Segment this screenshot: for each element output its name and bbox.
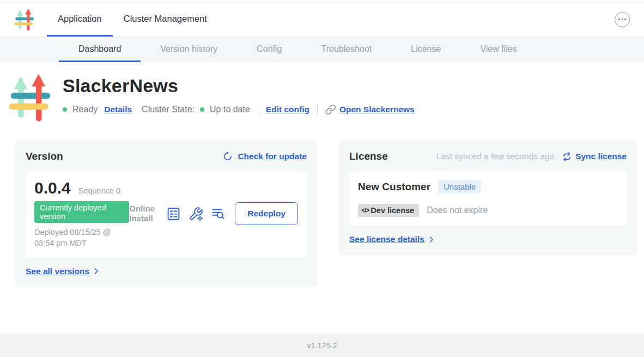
tab-application-label: Application	[58, 14, 102, 24]
code-icon: </>	[361, 207, 369, 214]
check-for-update-link[interactable]: Check for update	[222, 151, 307, 162]
deployed-timestamp: Deployed 08/15/25 @ 03:54 pm MDT	[34, 227, 129, 249]
license-type-badge: </> Dev license	[358, 204, 419, 217]
current-version-panel: 0.0.4 Sequence 0 Currently deployed vers…	[26, 171, 307, 258]
customer-name: New Customer	[358, 181, 430, 193]
deployed-badge: Currently deployed version	[34, 201, 129, 223]
top-nav-tabs: Application Cluster Management	[47, 2, 218, 37]
console-footer: v1.125.2	[0, 334, 644, 357]
slackernews-app-logo-icon	[8, 72, 53, 123]
cluster-state-label: Cluster State:	[142, 105, 195, 114]
see-all-versions-link[interactable]: See all versions	[26, 267, 307, 276]
overflow-menu-button[interactable]	[615, 12, 630, 27]
license-expiry-text: Does not expire	[427, 205, 488, 215]
edit-config-link[interactable]: Edit config	[266, 105, 309, 114]
redeploy-button[interactable]: Redeploy	[235, 202, 298, 225]
open-app-link-label: Open Slackernews	[339, 105, 415, 114]
status-details-link[interactable]: Details	[104, 105, 132, 114]
slackernews-logo-icon	[14, 8, 35, 31]
version-number: 0.0.4	[34, 179, 71, 197]
version-card: Version Check for update	[15, 140, 318, 287]
config-wrench-icon[interactable]	[188, 206, 203, 221]
tab-cluster-management[interactable]: Cluster Management	[113, 2, 218, 37]
view-logs-icon[interactable]	[210, 206, 226, 221]
license-type-label: Dev license	[370, 206, 414, 215]
see-all-versions-label: See all versions	[26, 267, 89, 276]
license-panel: New Customer Unstable </> Dev license Do…	[349, 171, 627, 226]
preflight-checks-icon[interactable]	[166, 206, 181, 221]
license-card: License Last synced a few seconds ago	[338, 140, 637, 255]
navbar-right	[615, 2, 630, 37]
tab-application[interactable]: Application	[47, 2, 113, 37]
app-status-text: Ready	[72, 105, 98, 114]
divider	[317, 105, 318, 115]
subnav-dashboard-label: Dashboard	[78, 44, 121, 54]
see-license-details-link[interactable]: See license details	[349, 234, 627, 244]
app-ready-dot-icon	[63, 107, 67, 112]
chain-link-icon	[325, 104, 336, 115]
tab-cluster-management-label: Cluster Management	[124, 14, 207, 24]
chevron-right-icon	[427, 235, 435, 244]
subnav-troubleshoot-label: Troubleshoot	[321, 44, 372, 54]
subnav-tab-config[interactable]: Config	[237, 37, 301, 62]
sync-license-link[interactable]: Sync license	[562, 152, 627, 162]
console-version-text: v1.125.2	[307, 341, 337, 350]
ellipsis-icon	[618, 19, 620, 20]
refresh-icon	[222, 151, 233, 162]
open-app-link[interactable]: Open Slackernews	[325, 104, 415, 115]
cluster-state-dot-icon	[200, 107, 204, 112]
dashboard-cards: Version Check for update	[15, 140, 637, 287]
sequence-label: Sequence 0	[78, 186, 120, 195]
subnav-tab-troubleshoot[interactable]: Troubleshoot	[301, 37, 391, 62]
channel-badge: Unstable	[438, 180, 481, 193]
subnav-tab-dashboard[interactable]: Dashboard	[59, 37, 141, 62]
main-navbar: Application Cluster Management	[0, 2, 644, 37]
dashboard-main: SlackerNews Ready Details Cluster State:…	[0, 62, 644, 334]
subnav-view-files-label: View files	[480, 44, 517, 54]
app-header: SlackerNews Ready Details Cluster State:…	[8, 72, 644, 123]
app-status-row: Ready Details Cluster State: Up to date …	[63, 104, 415, 115]
sync-license-label: Sync license	[575, 152, 627, 161]
check-for-update-label: Check for update	[238, 152, 307, 161]
brand-logo[interactable]	[14, 2, 35, 37]
subnav-config-label: Config	[257, 44, 282, 54]
chevron-right-icon	[92, 267, 100, 275]
app-window: Application Cluster Management Dashboard…	[0, 0, 644, 357]
subnav-tab-view-files[interactable]: View files	[460, 37, 536, 62]
sync-arrows-icon	[562, 152, 572, 162]
subnav-tab-license[interactable]: License	[391, 37, 460, 62]
divider	[258, 105, 258, 115]
license-card-title: License	[349, 150, 388, 162]
page-title: SlackerNews	[63, 75, 415, 96]
subnav-version-history-label: Version history	[160, 44, 217, 54]
app-subnav: Dashboard Version history Config Trouble…	[0, 37, 644, 62]
subnav-license-label: License	[411, 44, 441, 54]
install-type-label: Online Install	[129, 204, 159, 225]
subnav-tab-version-history[interactable]: Version history	[141, 37, 237, 62]
last-synced-text: Last synced a few seconds ago	[436, 152, 554, 161]
see-license-details-label: See license details	[349, 234, 424, 244]
cluster-state-text: Up to date	[210, 105, 250, 114]
version-card-title: Version	[26, 150, 63, 162]
